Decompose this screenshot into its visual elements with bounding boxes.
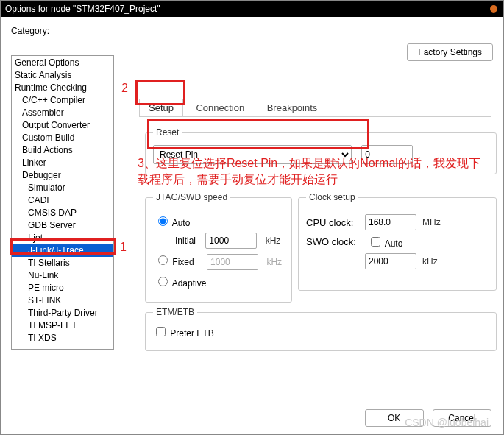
khz-unit-2: kHz bbox=[422, 256, 438, 266]
category-item[interactable]: TI MSP-FET bbox=[12, 319, 113, 332]
tab-setup[interactable]: Setup bbox=[139, 99, 183, 116]
prefer-etb-checkbox[interactable]: Prefer ETB bbox=[153, 328, 214, 339]
category-item[interactable]: Runtime Checking bbox=[12, 82, 113, 94]
category-item[interactable]: Nu-Link bbox=[12, 269, 113, 282]
speed-adaptive-radio[interactable]: Adaptive bbox=[155, 278, 206, 289]
category-label: Category: bbox=[11, 26, 496, 36]
jtag-legend: JTAG/SWD speed bbox=[153, 192, 230, 202]
category-item[interactable]: CMSIS DAP bbox=[12, 207, 113, 219]
cancel-button[interactable]: Cancel bbox=[433, 409, 491, 427]
category-item[interactable]: Simulator bbox=[12, 182, 113, 194]
category-item[interactable]: I-jet bbox=[12, 232, 113, 244]
category-item[interactable]: Debugger bbox=[12, 169, 113, 182]
initial-speed-input[interactable] bbox=[205, 233, 257, 249]
khz-unit-disabled: kHz bbox=[266, 257, 282, 267]
cpu-clock-label: CPU clock: bbox=[306, 217, 365, 228]
reset-legend: Reset bbox=[153, 127, 182, 138]
speed-fixed-radio[interactable]: Fixed bbox=[155, 257, 194, 267]
category-item[interactable]: GDB Server bbox=[12, 219, 113, 232]
category-item[interactable]: Static Analysis bbox=[12, 69, 113, 82]
tab-breakpoints[interactable]: Breakpoints bbox=[258, 99, 327, 116]
category-item[interactable]: Build Actions bbox=[12, 144, 113, 157]
speed-auto-radio[interactable]: Auto bbox=[155, 218, 190, 228]
title-bar: Options for node "STM32F407_Project" bbox=[1, 1, 503, 17]
reset-group: Reset Reset Pin bbox=[145, 127, 497, 174]
category-item[interactable]: Third-Party Driver bbox=[12, 307, 113, 319]
dialog-body: Category: Factory Settings General Optio… bbox=[1, 17, 503, 399]
category-item[interactable]: Assembler bbox=[12, 107, 113, 119]
mhz-unit: MHz bbox=[422, 217, 441, 227]
category-item[interactable]: J-Link/J-Trace bbox=[12, 244, 113, 257]
swo-clock-label: SWO clock: bbox=[306, 236, 365, 247]
dialog-footer: OK Cancel bbox=[359, 409, 491, 427]
category-item[interactable]: TI XDS bbox=[12, 332, 113, 344]
close-icon[interactable] bbox=[490, 5, 497, 13]
ok-button[interactable]: OK bbox=[365, 409, 424, 427]
category-item[interactable]: TI Stellaris bbox=[12, 257, 113, 269]
category-item[interactable]: C/C++ Compiler bbox=[12, 94, 113, 107]
etm-legend: ETM/ETB bbox=[153, 307, 197, 317]
khz-unit: kHz bbox=[266, 236, 281, 246]
category-item[interactable]: Linker bbox=[12, 157, 113, 169]
category-item[interactable]: CADI bbox=[12, 194, 113, 207]
tab-bar: Setup Connection Breakpoints bbox=[139, 98, 491, 117]
initial-label: Initial bbox=[175, 236, 196, 246]
category-item[interactable]: General Options bbox=[12, 57, 113, 69]
window-title: Options for node "STM32F407_Project" bbox=[5, 4, 160, 14]
category-item[interactable]: Output Converter bbox=[12, 119, 113, 132]
cpu-clock-input[interactable] bbox=[365, 214, 416, 230]
category-list[interactable]: General OptionsStatic AnalysisRuntime Ch… bbox=[11, 55, 114, 350]
reset-delay-input[interactable] bbox=[361, 145, 413, 164]
category-item[interactable]: Custom Build bbox=[12, 132, 113, 144]
category-item[interactable]: PE micro bbox=[12, 282, 113, 294]
reset-type-select[interactable]: Reset Pin bbox=[153, 145, 352, 164]
tab-connection[interactable]: Connection bbox=[186, 99, 254, 116]
factory-settings-button[interactable]: Factory Settings bbox=[407, 43, 493, 61]
clock-legend: Clock setup bbox=[306, 192, 358, 202]
category-item[interactable]: ST-LINK bbox=[12, 294, 113, 307]
fixed-speed-input bbox=[207, 254, 258, 270]
etm-etb-group: ETM/ETB Prefer ETB bbox=[145, 307, 497, 351]
jtag-speed-group: JTAG/SWD speed Auto Initial kHz Fixed kH… bbox=[145, 192, 292, 303]
swo-clock-input[interactable] bbox=[365, 253, 416, 269]
clock-setup-group: Clock setup CPU clock: MHz SWO clock: Au… bbox=[298, 192, 497, 291]
swo-auto-checkbox[interactable]: Auto bbox=[368, 235, 402, 249]
